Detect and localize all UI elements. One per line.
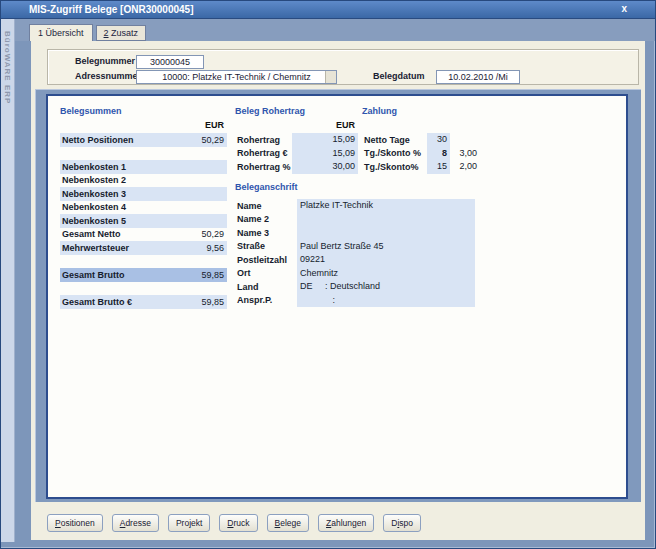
belegdatum-input[interactable] <box>436 70 520 84</box>
footer-button-adresse[interactable]: Adresse <box>112 514 159 532</box>
row-label: Name 3 <box>235 228 297 238</box>
main-area: 1 Übersicht2 Zusatz Belegnummer Adressnu… <box>15 19 655 548</box>
footer-button-row: PositionenAdresseProjektDruckBelegeZahlu… <box>47 514 421 532</box>
row-value: Chemnitz <box>297 267 475 281</box>
rohertrag-row: Rohertrag15,09 <box>235 133 358 147</box>
beleganschrift-table: NamePlatzke IT-TechnikName 2Name 3Straße… <box>235 199 475 307</box>
anschrift-row: NamePlatzke IT-Technik <box>235 199 475 213</box>
tab-2[interactable]: 2 Zusatz <box>96 25 147 41</box>
beleganschrift-section: Beleganschrift NamePlatzke IT-TechnikNam… <box>235 182 475 307</box>
row-label: Straße <box>235 241 297 251</box>
footer-button-zahlungen[interactable]: Zahlungen <box>318 514 374 532</box>
row-value: 9,56 <box>181 243 227 253</box>
close-icon[interactable]: x <box>621 3 627 14</box>
anschrift-row: Postleitzahl09221 <box>235 253 475 267</box>
row-value <box>297 213 475 227</box>
row-value: 50,29 <box>181 135 227 145</box>
adressnummer-lookup-button[interactable] <box>325 71 336 83</box>
app-window: MIS-Zugriff Belege [ONR30000045] x BüroW… <box>0 0 656 549</box>
belegsummen-row[interactable]: Mehrwertsteuer9,56 <box>60 241 227 255</box>
belegsummen-row[interactable]: Gesamt Brutto59,85 <box>60 268 227 282</box>
window-body: BüroWARE ERP 1 Übersicht2 Zusatz Belegnu… <box>1 19 655 548</box>
row-label: Gesamt Brutto € <box>60 297 181 307</box>
row-label: Nebenkosten 3 <box>60 189 181 199</box>
row-value: Platzke IT-Technik <box>297 199 475 213</box>
belegsummen-currency-header: EUR <box>60 120 227 133</box>
tab-strip: 1 Übersicht2 Zusatz <box>15 19 655 41</box>
adressnummer-input[interactable] <box>136 70 337 84</box>
row-value <box>297 226 475 240</box>
belegsummen-row[interactable]: Nebenkosten 1 <box>60 160 227 174</box>
footer-button-dispo[interactable]: Dispo <box>383 514 421 532</box>
row-label: Tg./Skonto % <box>362 148 427 158</box>
row-label: Netto Tage <box>362 135 427 145</box>
footer-button-belege[interactable]: Belege <box>267 514 309 532</box>
anschrift-row: Name 2 <box>235 213 475 227</box>
row-label: Ort <box>235 268 297 278</box>
row-value: 15,09 <box>292 147 358 161</box>
anschrift-row: Anspr.P. : <box>235 294 475 308</box>
belegnummer-label: Belegnummer <box>75 56 135 66</box>
anschrift-row: StraßePaul Bertz Straße 45 <box>235 240 475 254</box>
row-label: Name <box>235 201 297 211</box>
row-label: Anspr.P. <box>235 295 297 305</box>
belegsummen-title: Belegsummen <box>60 106 227 120</box>
row-value-days: 15 <box>427 160 450 174</box>
window-title: MIS-Zugriff Belege [ONR30000045] <box>29 4 194 15</box>
row-label: Rohertrag <box>235 135 292 145</box>
row-label: Nebenkosten 5 <box>60 216 181 226</box>
row-value-days: 8 <box>427 147 450 161</box>
rohertrag-section: Beleg Rohertrag EUR Rohertrag15,09Rohert… <box>235 106 358 174</box>
belegsummen-section: Belegsummen EUR Netto Positionen50,29Neb… <box>60 106 227 309</box>
row-label: Nebenkosten 1 <box>60 162 181 172</box>
row-value: Paul Bertz Straße 45 <box>297 240 475 254</box>
belegsummen-row[interactable]: Nebenkosten 3 <box>60 187 227 201</box>
data-panel: Belegsummen EUR Netto Positionen50,29Neb… <box>46 94 628 499</box>
row-label: Mehrwertsteuer <box>60 243 181 253</box>
belegsummen-row[interactable]: Netto Positionen50,29 <box>60 133 227 147</box>
row-value-days: 30 <box>427 133 450 147</box>
anschrift-row: Name 3 <box>235 226 475 240</box>
belegsummen-row[interactable]: Gesamt Netto50,29 <box>60 228 227 242</box>
zahlung-title: Zahlung <box>362 106 482 120</box>
row-value: DE : Deutschland <box>297 280 475 294</box>
table-spacer-row <box>60 282 227 296</box>
adressnummer-label: Adressnummer <box>75 71 141 81</box>
row-label: Nebenkosten 4 <box>60 202 181 212</box>
belegsummen-table: Netto Positionen50,29Nebenkosten 1Nebenk… <box>60 133 227 309</box>
row-value-percent: 3,00 <box>452 147 480 161</box>
row-label: Name 2 <box>235 214 297 224</box>
content-inset: Belegsummen EUR Netto Positionen50,29Neb… <box>35 89 641 502</box>
belegsummen-row[interactable]: Nebenkosten 4 <box>60 201 227 215</box>
row-value: 59,85 <box>181 270 227 280</box>
rohertrag-row: Rohertrag €15,09 <box>235 147 358 161</box>
rohertrag-title: Beleg Rohertrag <box>235 106 358 120</box>
belegsummen-row[interactable]: Nebenkosten 5 <box>60 214 227 228</box>
footer-button-positionen[interactable]: Positionen <box>47 514 103 532</box>
table-spacer-row <box>60 255 227 269</box>
zahlung-table: Netto Tage30Tg./Skonto %83,00Tg./Skonto%… <box>362 133 482 174</box>
branding-label: BüroWARE ERP <box>3 31 12 104</box>
zahlung-header-spacer <box>362 120 482 133</box>
footer-button-projekt[interactable]: Projekt <box>168 514 210 532</box>
zahlung-row: Tg./Skonto %83,00 <box>362 147 482 161</box>
row-value: : <box>297 294 475 308</box>
rohertrag-currency-header: EUR <box>235 120 358 133</box>
footer-button-druck[interactable]: Druck <box>219 514 257 532</box>
titlebar[interactable]: MIS-Zugriff Belege [ONR30000045] x <box>1 1 655 19</box>
row-label: Postleitzahl <box>235 255 297 265</box>
row-value: 50,29 <box>181 229 227 239</box>
tab-page-uebersicht: Belegnummer Adressnummer Belegdatum Bele… <box>31 41 645 540</box>
belegnummer-input[interactable] <box>136 55 204 69</box>
anschrift-row: LandDE : Deutschland <box>235 280 475 294</box>
zahlung-section: Zahlung Netto Tage30Tg./Skonto %83,00Tg.… <box>362 106 482 174</box>
row-value: 30,00 <box>292 160 358 174</box>
belegsummen-row[interactable]: Nebenkosten 2 <box>60 174 227 188</box>
tab-1[interactable]: 1 Übersicht <box>29 24 93 41</box>
row-label: Nebenkosten 2 <box>60 175 181 185</box>
row-label: Land <box>235 282 297 292</box>
row-value-percent <box>452 133 480 147</box>
zahlung-row: Tg./Skonto%152,00 <box>362 160 482 174</box>
belegsummen-row[interactable]: Gesamt Brutto €59,85 <box>60 295 227 309</box>
row-value: 09221 <box>297 253 475 267</box>
